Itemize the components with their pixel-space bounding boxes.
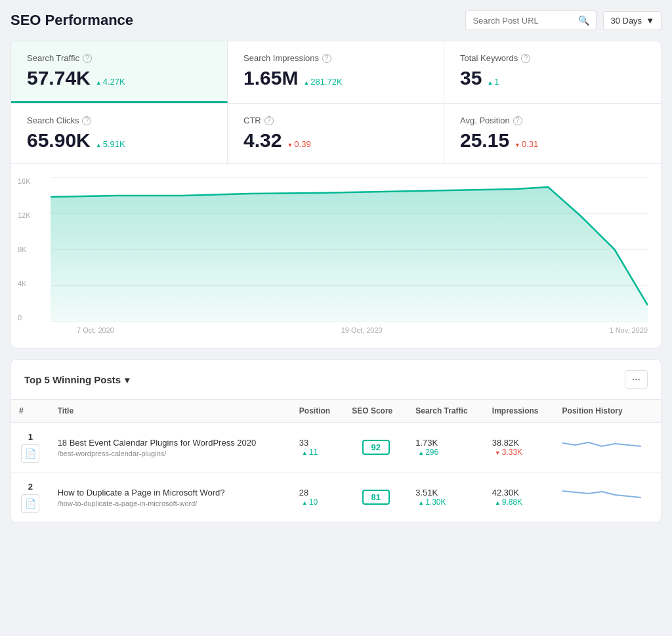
days-dropdown[interactable]: 30 Days ▼ <box>603 11 662 30</box>
stat-value: 25.15 0.31 <box>460 129 645 152</box>
stat-value: 4.32 0.39 <box>243 129 428 152</box>
help-icon[interactable]: ? <box>83 54 92 63</box>
arrow-up-icon <box>418 498 424 507</box>
chart-svg <box>51 177 648 322</box>
post-title[interactable]: How to Duplicate a Page in Microsoft Wor… <box>58 487 284 499</box>
help-icon[interactable]: ? <box>82 116 91 125</box>
stat-card-total-keywords: Total Keywords ? 35 1 <box>444 41 661 103</box>
position-delta: 11 <box>302 448 336 457</box>
stat-delta: 281.72K <box>303 77 342 87</box>
stat-value: 35 1 <box>460 67 645 89</box>
arrow-up-icon <box>96 77 102 87</box>
post-url[interactable]: /how-to-duplicate-a-page-in-microsoft-wo… <box>58 499 284 507</box>
table-row: 2 📄 How to Duplicate a Page in Microsoft… <box>11 473 661 522</box>
stat-card-search-traffic: Search Traffic ? 57.74K 4.27K <box>11 41 228 103</box>
position-history-cell <box>555 423 661 473</box>
stat-card-search-impressions: Search Impressions ? 1.65M 281.72K <box>228 41 444 103</box>
post-title-cell: 18 Best Event Calendar Plugins for WordP… <box>50 423 291 473</box>
seo-badge: 92 <box>362 440 390 455</box>
days-label: 30 Days <box>610 16 642 26</box>
stat-card-avg-position: Avg. Position ? 25.15 0.31 <box>444 104 661 163</box>
mini-chart-svg <box>562 483 641 509</box>
page-header: SEO Performance 🔍 30 Days ▼ <box>10 11 662 30</box>
arrow-up-icon <box>96 139 102 149</box>
impressions-delta: 3.33K <box>495 448 547 457</box>
more-options-button[interactable]: ··· <box>625 370 648 389</box>
data-table: # Title Position SEO Score Search Traffi… <box>11 400 661 522</box>
stat-label: Search Clicks ? <box>27 116 211 125</box>
col-header-title: Title <box>50 400 291 423</box>
chevron-down-icon: ▼ <box>646 16 654 26</box>
post-url[interactable]: /best-wordpress-calendar-plugins/ <box>58 450 284 457</box>
stats-panel: Search Traffic ? 57.74K 4.27K Search Imp… <box>10 41 662 349</box>
page-title: SEO Performance <box>10 12 133 29</box>
search-box[interactable]: 🔍 <box>465 11 597 30</box>
stat-delta: 5.91K <box>96 139 125 149</box>
impressions-cell: 38.82K 3.33K <box>484 423 555 473</box>
search-icon: 🔍 <box>578 15 589 26</box>
post-icon: 📄 <box>21 444 39 463</box>
stat-label: Total Keywords ? <box>460 53 645 63</box>
stats-row-1: Search Traffic ? 57.74K 4.27K Search Imp… <box>11 41 661 104</box>
mini-chart-svg <box>562 433 641 459</box>
arrow-up-icon <box>418 448 424 457</box>
help-icon[interactable]: ? <box>513 116 522 125</box>
stats-row-2: Search Clicks ? 65.90K 5.91K CTR ? <box>11 104 661 164</box>
table-title: Top 5 Winning Posts <box>24 374 129 385</box>
seo-score-cell: 81 <box>344 473 408 522</box>
help-icon[interactable]: ? <box>521 54 530 63</box>
stat-card-search-clicks: Search Clicks ? 65.90K 5.91K <box>11 104 228 163</box>
col-header-position-history: Position History <box>555 400 661 423</box>
traffic-delta: 1.30K <box>418 498 476 507</box>
stat-value: 57.74K 4.27K <box>27 67 211 89</box>
table-row: 1 📄 18 Best Event Calendar Plugins for W… <box>11 423 661 473</box>
seo-score-cell: 92 <box>344 423 408 473</box>
col-header-seo-score: SEO Score <box>344 400 408 423</box>
help-icon[interactable]: ? <box>264 116 274 125</box>
impressions-cell: 42.30K 9.88K <box>484 473 555 522</box>
stat-value: 65.90K 5.91K <box>27 129 211 152</box>
stat-label: Search Traffic ? <box>27 53 211 63</box>
arrow-down-icon <box>495 448 501 457</box>
arrow-down-icon <box>287 139 293 149</box>
post-title[interactable]: 18 Best Event Calendar Plugins for WordP… <box>58 437 284 449</box>
chart-container: 16K 12K 8K 4K 0 <box>11 164 661 348</box>
position-cell: 28 10 <box>291 473 344 522</box>
stat-card-ctr: CTR ? 4.32 0.39 <box>228 104 444 163</box>
traffic-delta: 296 <box>418 448 476 457</box>
chart-x-labels: 7 Oct, 2020 19 Oct, 2020 1 Nov, 2020 <box>77 326 648 334</box>
stat-label: CTR ? <box>243 116 428 125</box>
post-title-cell: How to Duplicate a Page in Microsoft Wor… <box>50 473 291 522</box>
stat-delta: 1 <box>487 77 499 87</box>
chevron-down-icon[interactable] <box>125 374 129 385</box>
stat-value: 1.65M 281.72K <box>243 67 428 89</box>
row-number: 2 📄 <box>11 473 50 522</box>
arrow-up-icon <box>302 448 308 457</box>
search-input[interactable] <box>472 16 574 26</box>
traffic-cell: 3.51K 1.30K <box>408 473 484 522</box>
arrow-up-icon <box>495 498 501 507</box>
row-number: 1 📄 <box>11 423 50 473</box>
position-history-cell <box>555 473 661 522</box>
arrow-down-icon <box>514 139 520 149</box>
position-cell: 33 11 <box>291 423 344 473</box>
stat-delta: 0.31 <box>514 139 538 149</box>
help-icon[interactable]: ? <box>322 54 331 63</box>
col-header-num: # <box>11 400 50 423</box>
arrow-up-icon <box>303 77 309 87</box>
chart-y-labels: 16K 12K 8K 4K 0 <box>18 177 31 322</box>
stat-label: Avg. Position ? <box>460 116 645 125</box>
traffic-cell: 1.73K 296 <box>408 423 484 473</box>
stat-delta: 4.27K <box>96 77 125 87</box>
col-header-position: Position <box>291 400 344 423</box>
chart-area-fill <box>51 187 648 322</box>
arrow-up-icon <box>487 77 493 87</box>
stat-label: Search Impressions ? <box>243 53 428 63</box>
table-panel: Top 5 Winning Posts ··· # Title Position… <box>10 359 662 522</box>
arrow-up-icon <box>302 498 308 507</box>
table-header-row: Top 5 Winning Posts ··· <box>11 360 661 400</box>
table-header: # Title Position SEO Score Search Traffi… <box>11 400 661 423</box>
col-header-search-traffic: Search Traffic <box>408 400 484 423</box>
post-icon: 📄 <box>21 494 39 513</box>
header-controls: 🔍 30 Days ▼ <box>465 11 662 30</box>
